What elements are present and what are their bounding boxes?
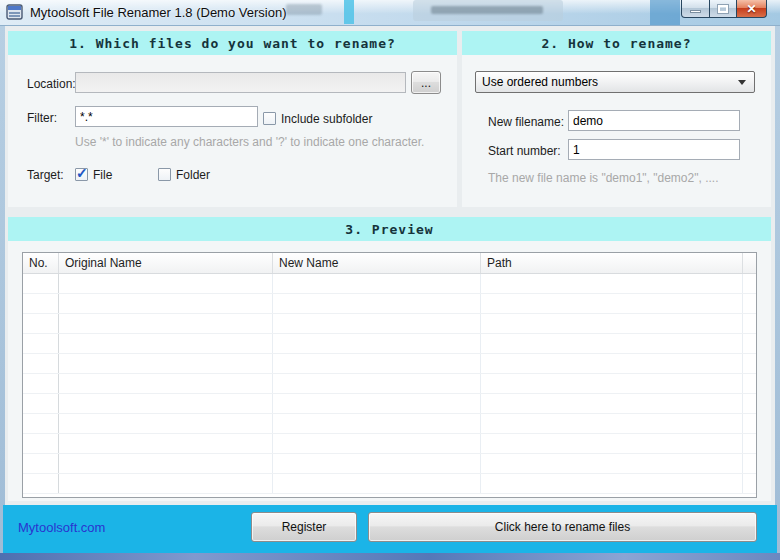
window-title: Mytoolsoft File Renamer 1.8 (Demo Versio… <box>30 5 286 20</box>
minimize-button[interactable] <box>681 0 710 18</box>
panel-preview: 3. Preview No. Original Name New Name Pa… <box>8 217 771 501</box>
folder-label[interactable]: Folder <box>176 168 210 182</box>
file-checkbox[interactable]: ✓ <box>75 168 88 181</box>
titlebar-ghost-artifact <box>286 4 322 15</box>
check-icon: ✓ <box>76 165 88 181</box>
table-row[interactable] <box>23 274 756 294</box>
include-subfolder-label[interactable]: Include subfolder <box>281 112 372 126</box>
start-number-input[interactable] <box>568 139 740 160</box>
preview-table-header: No. Original Name New Name Path <box>23 253 756 274</box>
start-number-label: Start number: <box>488 144 561 158</box>
preview-table[interactable]: No. Original Name New Name Path <box>22 252 757 498</box>
table-row[interactable] <box>23 434 756 454</box>
section3-heading: 3. Preview <box>8 217 771 241</box>
app-icon <box>6 4 24 21</box>
filter-label: Filter: <box>27 111 57 125</box>
close-icon: ✕ <box>746 3 756 15</box>
new-filename-label: New filename: <box>488 115 564 129</box>
titlebar-ghost-artifact <box>413 0 563 21</box>
column-header-path[interactable]: Path <box>481 253 743 273</box>
filter-input[interactable] <box>75 106 258 127</box>
location-label: Location: <box>27 77 76 91</box>
register-button[interactable]: Register <box>251 512 357 542</box>
browse-button[interactable]: ... <box>411 71 441 94</box>
table-row[interactable] <box>23 354 756 374</box>
table-row[interactable] <box>23 454 756 474</box>
column-header-new-name[interactable]: New Name <box>273 253 481 273</box>
preview-table-body <box>23 274 756 494</box>
include-subfolder-checkbox[interactable]: ✓ <box>263 112 276 125</box>
section1-heading: 1. Which files do you want to rename? <box>8 31 457 55</box>
folder-checkbox[interactable]: ✓ <box>158 168 171 181</box>
rename-method-value: Use ordered numbers <box>482 75 598 89</box>
section2-heading: 2. How to rename? <box>462 31 771 55</box>
app-window: Mytoolsoft File Renamer 1.8 (Demo Versio… <box>0 0 780 560</box>
close-button[interactable]: ✕ <box>736 0 767 18</box>
table-row[interactable] <box>23 374 756 394</box>
table-row[interactable] <box>23 474 756 494</box>
titlebar-ghost-artifact <box>344 0 354 24</box>
title-bar[interactable]: Mytoolsoft File Renamer 1.8 (Demo Versio… <box>0 0 780 26</box>
maximize-button[interactable] <box>709 0 737 18</box>
chevron-down-icon <box>738 80 746 85</box>
column-header-no[interactable]: No. <box>23 253 59 273</box>
table-row[interactable] <box>23 334 756 354</box>
mytoolsoft-link[interactable]: Mytoolsoft.com <box>18 520 105 535</box>
table-row[interactable] <box>23 294 756 314</box>
column-header-spacer <box>743 253 756 273</box>
desktop-strip <box>0 553 780 560</box>
table-row[interactable] <box>23 394 756 414</box>
filter-hint: Use '*' to indicate any characters and '… <box>75 135 424 149</box>
rename-hint: The new file name is "demo1", "demo2", .… <box>488 171 718 185</box>
maximize-icon <box>718 5 728 13</box>
file-label[interactable]: File <box>93 168 112 182</box>
table-row[interactable] <box>23 414 756 434</box>
minimize-icon <box>690 10 701 13</box>
window-border-right <box>775 26 780 553</box>
target-label: Target: <box>27 168 64 182</box>
column-header-original-name[interactable]: Original Name <box>59 253 273 273</box>
titlebar-ghost-artifact <box>650 0 680 25</box>
rename-method-dropdown[interactable]: Use ordered numbers <box>475 71 755 93</box>
footer-bar: Mytoolsoft.com Register Click here to re… <box>3 505 777 553</box>
new-filename-input[interactable] <box>568 110 740 131</box>
rename-files-button[interactable]: Click here to rename files <box>368 512 757 542</box>
location-input[interactable] <box>75 72 406 93</box>
table-row[interactable] <box>23 314 756 334</box>
window-border-left <box>0 26 5 553</box>
